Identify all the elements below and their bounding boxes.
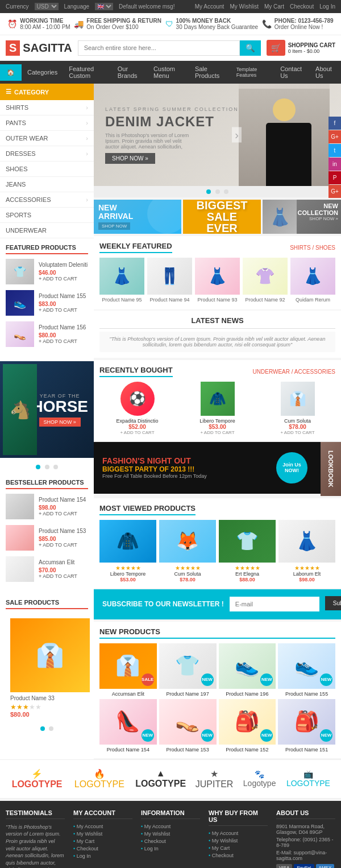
nav-categories[interactable]: Categories bbox=[22, 64, 63, 80]
product-card-92[interactable]: 👚 Product Name 92 bbox=[243, 258, 288, 304]
nav-custom-menu[interactable]: Custom Menu bbox=[148, 61, 189, 84]
footer-why-account[interactable]: My Account bbox=[209, 830, 268, 836]
sidebar-item-jeans[interactable]: JEANS bbox=[0, 177, 94, 192]
lookbook-button[interactable]: LOOKBOOK bbox=[321, 442, 341, 496]
join-now-button[interactable]: Join UsNOW! bbox=[276, 452, 307, 483]
promo-new-arrival[interactable]: NEWARRIVAL SHOP NOW bbox=[94, 200, 181, 234]
nav-contact[interactable]: Contact Us bbox=[275, 61, 310, 84]
dot-3[interactable] bbox=[53, 465, 58, 469]
footer-wishlist-link[interactable]: My Wishlist bbox=[73, 831, 132, 837]
np-card-196[interactable]: 👟 NEW Product Name 196 bbox=[219, 643, 276, 697]
logo-3[interactable]: ▲ LOGOTYPE bbox=[131, 768, 191, 789]
cart-area[interactable]: 🛒 SHOPPING CART 0 Item - $0.00 bbox=[267, 40, 335, 56]
sidebar-item-shoes[interactable]: SHOES bbox=[0, 162, 94, 177]
search-input[interactable] bbox=[78, 40, 240, 56]
wishlist-link[interactable]: My Wishlist bbox=[230, 3, 259, 10]
dot-2[interactable] bbox=[45, 465, 49, 469]
recently-bought-links[interactable]: UNDERWEAR / ACCESSORIES bbox=[253, 369, 335, 375]
featured-add-3[interactable]: + ADD TO CART bbox=[39, 338, 86, 344]
np-card-197[interactable]: 👕 NEW Product Name 197 bbox=[159, 643, 217, 697]
twitter-button[interactable]: t bbox=[328, 144, 341, 157]
hero-dot-1[interactable] bbox=[206, 189, 211, 194]
sidebar-item-underwear[interactable]: UNDERWEAR bbox=[0, 223, 94, 238]
mv-card-4[interactable]: 👗 ★★★★★ Laborum Elt $98.00 bbox=[278, 520, 335, 582]
footer-info-checkout[interactable]: Checkout bbox=[141, 838, 200, 844]
logo[interactable]: S SAGITTA bbox=[6, 40, 72, 56]
promo-new-collection[interactable]: NEW COLLECTION SHOP NOW » 👗 bbox=[263, 200, 341, 234]
dot-1[interactable] bbox=[36, 465, 40, 469]
currency-select[interactable]: USD bbox=[35, 3, 59, 10]
np-card-155[interactable]: 👟 NEW Product Name 155 bbox=[278, 643, 335, 697]
sidebar-item-sports[interactable]: SPORTS bbox=[0, 208, 94, 223]
bestseller-item-2[interactable]: Product Name 153 $85.00 + ADD TO CART bbox=[6, 525, 88, 551]
featured-item-1[interactable]: 👕 Voluptatem Deleniti $46.00 + ADD TO CA… bbox=[6, 259, 88, 284]
sidebar-item-outerwear[interactable]: OUTER WEAR› bbox=[0, 131, 94, 146]
footer-info-wishlist[interactable]: My Wishlist bbox=[141, 831, 200, 837]
newsletter-input[interactable] bbox=[230, 597, 319, 611]
mv-card-2[interactable]: 🦊 ★★★★★ Cum Soluta $78.00 bbox=[159, 520, 216, 582]
language-select[interactable]: 🇬🇧 bbox=[95, 3, 113, 10]
mv-card-3[interactable]: 👕 ★★★★★ Ert Elegna $88.00 bbox=[219, 520, 276, 582]
nav-about[interactable]: About Us bbox=[310, 61, 341, 84]
product-card-94[interactable]: 👖 Product Name 94 bbox=[147, 258, 192, 304]
bestseller-add-1[interactable]: + ADD TO CART bbox=[39, 511, 86, 516]
cart-link[interactable]: My Cart bbox=[264, 3, 284, 10]
footer-info-account[interactable]: My Account bbox=[141, 824, 200, 829]
sale-dot-2[interactable] bbox=[49, 726, 53, 731]
featured-item-3[interactable]: 👡 Product Name 156 $80.00 + ADD TO CART bbox=[6, 321, 88, 347]
checkout-link[interactable]: Checkout bbox=[290, 3, 314, 10]
recently-item-2[interactable]: 🧥 Libero Tempore $53.00 + ADD TO CART bbox=[180, 382, 255, 435]
recently-add-1[interactable]: + ADD TO CART bbox=[99, 430, 175, 435]
footer-login-link[interactable]: Log In bbox=[73, 853, 132, 859]
pinterest-button[interactable]: P bbox=[328, 171, 341, 184]
googleplus-button[interactable]: G+ bbox=[328, 130, 341, 143]
np-card-152[interactable]: 🎒 NEW Product Name 152 bbox=[219, 699, 276, 753]
np-card-153[interactable]: 👡 NEW Product Name 153 bbox=[159, 699, 217, 753]
mv-card-1[interactable]: 🧥 ★★★★★ Libero Tempore $53.00 bbox=[99, 520, 156, 582]
product-card-93[interactable]: 👗 Product Name 93 bbox=[195, 258, 240, 304]
horse-shop-btn[interactable]: SHOP NOW » bbox=[39, 418, 81, 427]
footer-info-login[interactable]: Log In bbox=[141, 846, 200, 852]
my-account-link[interactable]: My Account bbox=[195, 3, 224, 10]
sidebar-item-dresses[interactable]: DRESSES› bbox=[0, 146, 94, 162]
recently-add-2[interactable]: + ADD TO CART bbox=[180, 430, 255, 435]
login-link[interactable]: Log In bbox=[319, 3, 335, 10]
footer-why-checkout[interactable]: Checkout bbox=[209, 853, 268, 858]
featured-add-1[interactable]: + ADD TO CART bbox=[39, 276, 88, 282]
logo-5[interactable]: 🐾 Logotype bbox=[238, 770, 281, 788]
recently-add-3[interactable]: + ADD TO CART bbox=[260, 430, 335, 435]
np-card-accumsan[interactable]: 👔 SALE Accumsan Elit bbox=[99, 643, 157, 697]
hero-shop-btn[interactable]: SHOP NOW » bbox=[105, 153, 155, 164]
logo-1[interactable]: ⚡ LOGOTYPE bbox=[6, 768, 68, 790]
product-card-quidam[interactable]: 👗 Quidam Rerum bbox=[290, 258, 335, 304]
footer-why-wishlist[interactable]: My Wishlist bbox=[209, 838, 268, 844]
facebook-button[interactable]: f bbox=[328, 117, 341, 130]
footer-cart-link[interactable]: My Cart bbox=[73, 838, 132, 844]
footer-checkout-link[interactable]: Checkout bbox=[73, 846, 132, 852]
promo-shop-now2[interactable]: SHOP NOW » bbox=[298, 216, 339, 221]
nav-home[interactable]: 🏠 bbox=[0, 64, 22, 81]
hero-nav[interactable]: › bbox=[232, 127, 242, 143]
hero-dot-3[interactable] bbox=[224, 189, 228, 194]
bestseller-add-3[interactable]: + ADD TO CART bbox=[39, 573, 77, 579]
logo-4[interactable]: ★ JUPITER bbox=[191, 768, 238, 790]
np-card-151[interactable]: 🎒 NEW Product Name 151 bbox=[278, 699, 335, 753]
sidebar-item-shirts[interactable]: SHIRTS› bbox=[0, 100, 94, 115]
nav-template[interactable]: Template Features bbox=[231, 62, 275, 82]
nav-sale[interactable]: Sale Products bbox=[189, 61, 231, 84]
promo-shop-now[interactable]: SHOP NOW bbox=[98, 222, 130, 230]
bestseller-item-3[interactable]: Accumsan Elit $70.00 + ADD TO CART bbox=[6, 556, 88, 582]
sale-product-item[interactable]: 👔 Product Name 33 ★★★★★ $80.00 bbox=[6, 614, 88, 722]
footer-my-account-link[interactable]: My Account bbox=[73, 824, 132, 829]
logo-6[interactable]: 📺 LOGOTYPE bbox=[281, 770, 335, 788]
promo-biggest-sale[interactable]: BIGGESTSALEEVER bbox=[183, 200, 261, 234]
product-card-95[interactable]: 👗 Product Name 95 bbox=[99, 258, 144, 304]
sidebar-item-pants[interactable]: PANTS› bbox=[0, 115, 94, 131]
nav-brands[interactable]: Our Brands bbox=[112, 61, 148, 84]
logo-2[interactable]: 🔥 LOGOTYPE bbox=[68, 768, 130, 790]
hero-dot-2[interactable] bbox=[215, 189, 220, 194]
bestseller-item-1[interactable]: Product Name 154 $98.00 + ADD TO CART bbox=[6, 494, 88, 519]
newsletter-subscribe-button[interactable]: Subscribe bbox=[325, 596, 341, 610]
bestseller-add-2[interactable]: + ADD TO CART bbox=[39, 542, 86, 548]
instagram-button[interactable]: in bbox=[328, 158, 341, 171]
